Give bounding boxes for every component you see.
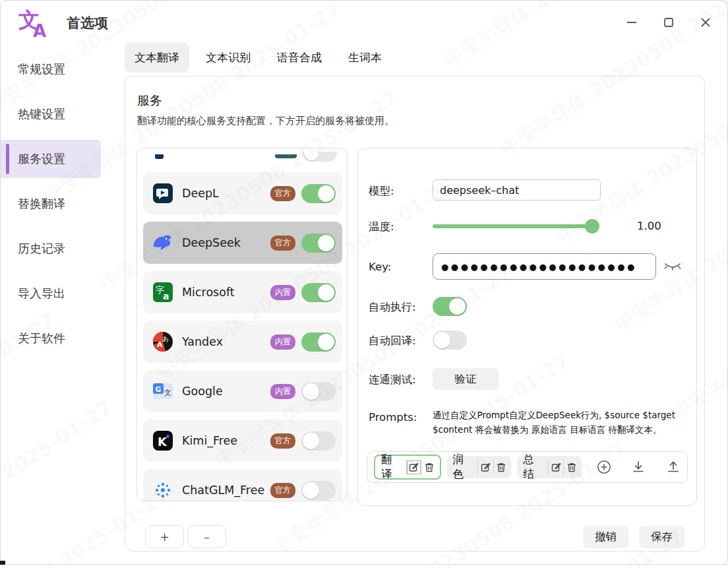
service-toggle[interactable] — [301, 184, 336, 203]
tab-content-card: 服务 翻译功能的核心服务支持配置，下方开启的服务将被使用。 DeepL 官方 — [125, 76, 705, 552]
close-button[interactable] — [698, 15, 713, 30]
tab-speech-synthesis[interactable]: 语音合成 — [267, 43, 332, 73]
edit-prompt-icon[interactable] — [477, 459, 493, 475]
service-row-deepseek[interactable]: DeepSeek 官方 — [143, 222, 342, 264]
svg-text:G: G — [156, 385, 162, 394]
tab-vocabulary[interactable]: 生词本 — [338, 43, 392, 73]
edit-prompt-icon[interactable] — [548, 459, 563, 475]
temperature-slider-track[interactable] — [433, 224, 594, 228]
deepl-icon — [152, 183, 173, 204]
service-toggle[interactable] — [301, 283, 336, 302]
temperature-slider-knob[interactable] — [585, 219, 599, 234]
app-logo-translate-icon: 文 A — [18, 7, 51, 39]
section-title: 服务 — [137, 92, 162, 110]
badge-official: 官方 — [270, 186, 295, 201]
sidebar: 常规设置 热键设置 服务设置 替换翻译 历史记录 导入导出 关于软件 — [1, 47, 123, 361]
sidebar-item-services[interactable]: 服务设置 — [1, 137, 123, 181]
auto-back-translate-label: 自动回译: — [369, 334, 416, 348]
tab-text-recognition[interactable]: 文本识别 — [196, 43, 260, 73]
sidebar-selected-bar — [6, 144, 9, 174]
prompts-label: Prompts: — [369, 411, 417, 424]
chatglm-icon — [152, 480, 173, 501]
auto-execute-label: 自动执行: — [369, 300, 416, 315]
sidebar-item-about[interactable]: 关于软件 — [1, 316, 123, 361]
service-toggle[interactable] — [301, 431, 336, 451]
add-prompt-icon[interactable] — [597, 459, 611, 475]
service-toggle[interactable] — [301, 234, 336, 253]
auto-execute-toggle[interactable] — [433, 297, 467, 316]
add-service-button[interactable]: + — [145, 525, 184, 548]
service-toggle[interactable] — [301, 481, 336, 500]
api-key-input[interactable]: ●●●●●●●●●●●●●●●●●●●● — [433, 253, 656, 280]
badge-builtin: 内置 — [270, 384, 295, 399]
service-row-partial-scrolled[interactable] — [143, 154, 342, 165]
sidebar-item-replace-translate[interactable]: 替换翻译 — [1, 181, 123, 226]
service-row-kimi[interactable]: K Kimi_Free 官方 — [143, 420, 342, 462]
google-translate-icon: G 文 — [152, 381, 173, 402]
service-list[interactable]: DeepL 官方 DeepSeek 官方 字 a Micros — [136, 148, 348, 501]
import-prompts-icon[interactable] — [632, 459, 646, 475]
kimi-icon: K — [152, 430, 173, 451]
verify-button[interactable]: 验证 — [433, 368, 499, 390]
section-description: 翻译功能的核心服务支持配置，下方开启的服务将被使用。 — [137, 115, 394, 127]
prompt-chip-translate[interactable]: 翻译 — [374, 455, 441, 480]
service-row-chatglm[interactable]: ChatGLM_Free 官方 — [143, 469, 342, 501]
service-toggle[interactable] — [301, 382, 336, 401]
badge-official: 官方 — [270, 236, 295, 251]
model-input[interactable]: deepseek–chat — [433, 179, 601, 201]
preferences-window: 文 A 首选项 常规设置 热键设置 服务设置 替换翻译 历史记录 导入导出 关于… — [0, 0, 728, 565]
svg-text:K: K — [158, 435, 167, 449]
svg-text:文: 文 — [164, 389, 171, 397]
microsoft-translator-icon: 字 a — [152, 282, 173, 303]
tab-text-translation[interactable]: 文本翻译 — [125, 43, 189, 73]
temperature-label: 温度: — [369, 220, 394, 234]
prompt-chips-bar: 翻译 润色 — [367, 451, 688, 483]
service-toggle[interactable] — [301, 332, 336, 352]
prompts-description: 通过自定义Prompt自定义DeepSeek行为, $source $targe… — [433, 408, 691, 437]
svg-text:あ: あ — [162, 335, 169, 342]
sidebar-item-import-export[interactable]: 导入导出 — [1, 271, 123, 316]
partial-service-icon — [155, 154, 164, 159]
temperature-value: 1.00 — [637, 220, 661, 232]
sidebar-item-hotkeys[interactable]: 热键设置 — [1, 92, 123, 137]
delete-prompt-icon[interactable] — [563, 459, 578, 475]
eye-closed-icon[interactable] — [664, 261, 681, 272]
maximize-button[interactable] — [661, 15, 676, 30]
service-row-google[interactable]: G 文 Google 内置 — [143, 370, 342, 412]
model-label: 模型: — [369, 184, 394, 199]
footer-actions: 撤销 保存 — [583, 526, 684, 548]
svg-text:a: a — [163, 291, 169, 301]
tab-bar: 文本翻译 文本识别 语音合成 生词本 — [125, 43, 392, 73]
service-row-deepl[interactable]: DeepL 官方 — [143, 172, 342, 214]
undo-button[interactable]: 撤销 — [583, 526, 628, 548]
deepseek-icon — [152, 232, 173, 253]
service-detail-panel: 模型: deepseek–chat 温度: 1.00 Key: ●●●●●●●●… — [357, 148, 697, 506]
badge-official: 官方 — [270, 433, 295, 449]
sidebar-item-general[interactable]: 常规设置 — [1, 47, 123, 92]
screen-edge-line — [0, 564, 728, 565]
titlebar: 文 A 首选项 — [1, 1, 727, 44]
badge-official: 官方 — [270, 483, 295, 498]
prompt-chip-summarize[interactable]: 总结 — [517, 456, 582, 478]
connectivity-test-label: 连通测试: — [369, 373, 416, 387]
taskbar-peek-mark — [0, 561, 5, 565]
auto-back-translate-toggle[interactable] — [433, 331, 467, 350]
svg-text:A: A — [33, 21, 46, 39]
delete-prompt-icon[interactable] — [421, 459, 437, 475]
badge-builtin: 内置 — [270, 334, 295, 350]
export-prompts-icon[interactable] — [666, 459, 681, 475]
remove-service-button[interactable]: – — [187, 525, 226, 548]
edit-prompt-icon[interactable] — [406, 459, 421, 475]
badge-builtin: 内置 — [270, 285, 295, 300]
delete-prompt-icon[interactable] — [493, 459, 508, 475]
key-label: Key: — [369, 261, 391, 273]
sidebar-item-history[interactable]: 历史记录 — [1, 226, 123, 271]
save-button[interactable]: 保存 — [639, 526, 684, 548]
service-list-actions: + – — [145, 525, 226, 548]
service-row-microsoft[interactable]: 字 a Microsoft 内置 — [143, 271, 342, 313]
minimize-button[interactable] — [624, 15, 639, 30]
service-row-yandex[interactable]: A あ Yandex 内置 — [143, 321, 342, 363]
window-title: 首选项 — [67, 14, 108, 32]
yandex-translate-icon: A あ — [152, 331, 173, 352]
prompt-chip-polish[interactable]: 润色 — [447, 456, 512, 478]
